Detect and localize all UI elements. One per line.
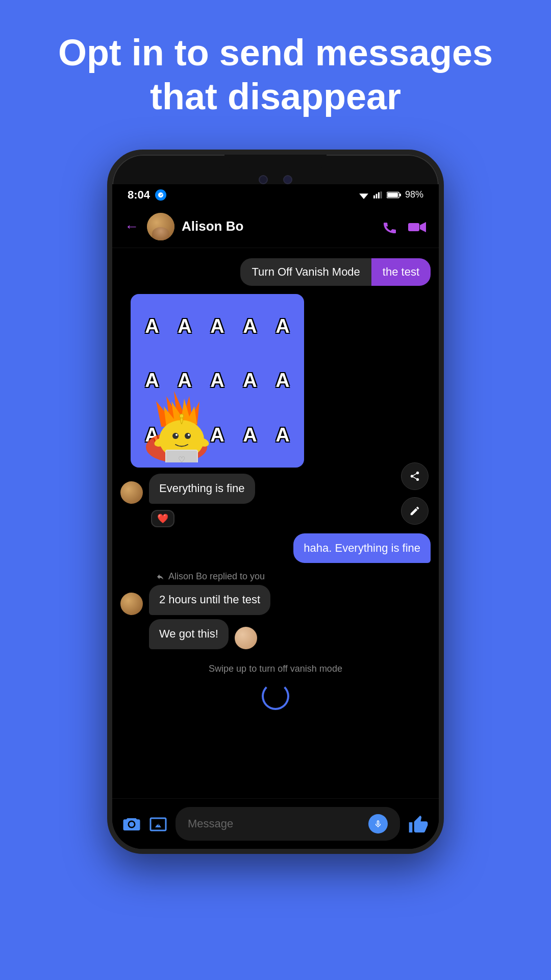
message-reaction: ❤️: [120, 510, 431, 527]
svg-marker-0: [359, 193, 368, 199]
reply-message-2-row: We got this!: [120, 619, 431, 649]
svg-rect-7: [387, 193, 398, 197]
reply-bubble-2: We got this!: [149, 619, 229, 649]
sticker-letter-10: A: [266, 353, 299, 408]
battery-percent: 98%: [405, 189, 423, 200]
phone-screen: 8:04: [112, 184, 439, 854]
vanish-bubble-purple: the test: [371, 258, 431, 286]
swipe-text: Swipe up to turn off vanish mode: [120, 657, 431, 678]
sticker-letter-3: A: [201, 299, 234, 354]
wifi-icon: [358, 191, 369, 199]
chat-header: ← Alison Bo: [112, 206, 439, 248]
received-avatar: [120, 481, 143, 504]
status-bar: 8:04: [112, 184, 439, 206]
svg-text:♡: ♡: [178, 455, 185, 462]
camera-dot-left: [259, 175, 268, 184]
received-bubble: Everything is fine: [149, 474, 255, 504]
reply-arrow-icon: [156, 573, 164, 581]
gallery-icon[interactable]: [149, 814, 167, 834]
reply-group: Alison Bo replied to you 2 hours until t…: [120, 571, 431, 649]
sticker-letter-14: A: [234, 408, 266, 462]
svg-rect-1: [373, 195, 375, 199]
heart-reaction[interactable]: ❤️: [151, 510, 174, 527]
status-icons: 98%: [358, 189, 423, 200]
share-button[interactable]: [401, 462, 429, 490]
sticker-letter-2: A: [168, 299, 201, 354]
received-message: Everything is fine: [120, 474, 431, 504]
sticker-letter-1: A: [136, 299, 168, 354]
clock: 8:04: [128, 188, 150, 202]
svg-point-15: [185, 433, 191, 439]
svg-marker-9: [420, 222, 426, 232]
sticker-character: ♡: [141, 386, 228, 462]
floating-actions: [401, 462, 429, 525]
sticker-message: A A A A A A A A A A A A A: [131, 294, 304, 468]
vanish-mode-message-row: Turn Off Vanish Mode the test: [120, 258, 431, 286]
battery-icon: [387, 191, 401, 199]
like-icon[interactable]: [408, 813, 429, 835]
vanish-bubble-gray: Turn Off Vanish Mode: [240, 258, 371, 286]
voice-input-icon[interactable]: [368, 814, 388, 834]
svg-rect-8: [408, 223, 419, 231]
sent-bubble-1: haha. Everything is fine: [293, 533, 431, 564]
back-button[interactable]: ←: [124, 218, 139, 235]
contact-name: Alison Bo: [182, 218, 382, 234]
contact-avatar[interactable]: [147, 213, 174, 240]
swipe-indicator-area: Swipe up to turn off vanish mode: [120, 657, 431, 710]
header-actions: [382, 217, 427, 235]
reply-message-1-row: 2 hours until the test: [120, 585, 431, 615]
signal-icon: [373, 190, 383, 200]
sticker-letter-5: A: [266, 299, 299, 354]
svg-point-14: [172, 433, 179, 439]
swipe-spinner: [262, 682, 289, 710]
status-time-area: 8:04: [128, 188, 166, 202]
reply-avatar-2: [235, 627, 257, 649]
phone-device: 8:04: [107, 150, 444, 854]
reply-indicator-text: Alison Bo replied to you: [168, 571, 265, 582]
phone-notch: [224, 155, 327, 169]
sticker-letter-4: A: [234, 299, 266, 354]
svg-rect-6: [399, 193, 401, 197]
reply-indicator: Alison Bo replied to you: [120, 571, 431, 582]
camera-icon[interactable]: [122, 814, 141, 834]
svg-rect-3: [378, 192, 380, 199]
sticker-letter-9: A: [234, 353, 266, 408]
reply-bubble-1: 2 hours until the test: [149, 585, 270, 615]
edit-button[interactable]: [401, 497, 429, 525]
sticker-letter-15: A: [266, 408, 299, 462]
sent-message-row-1: haha. Everything is fine: [120, 533, 431, 564]
svg-rect-2: [375, 194, 377, 199]
phone-call-icon[interactable]: [382, 217, 398, 235]
chat-area: Turn Off Vanish Mode the test A A A A A …: [112, 248, 439, 854]
sticker-content: A A A A A A A A A A A A A: [131, 294, 304, 468]
received-message-row: Everything is fine ❤️: [120, 474, 431, 527]
message-placeholder: Message: [188, 817, 233, 830]
svg-point-16: [176, 434, 178, 436]
phone-frame: 8:04: [0, 150, 551, 854]
reply-avatar: [120, 593, 143, 615]
video-call-icon[interactable]: [408, 217, 427, 235]
bottom-bar: Message: [112, 798, 439, 849]
svg-point-17: [188, 434, 190, 436]
camera-dot-main: [283, 175, 292, 184]
message-input-container[interactable]: Message: [176, 807, 400, 841]
svg-rect-4: [380, 191, 382, 199]
svg-point-18: [180, 414, 184, 418]
messenger-notification-icon: [155, 189, 166, 201]
camera-area: [112, 169, 439, 184]
avatar-image: [147, 213, 174, 240]
hero-title: Opt in to send messages that disappear: [0, 0, 551, 139]
